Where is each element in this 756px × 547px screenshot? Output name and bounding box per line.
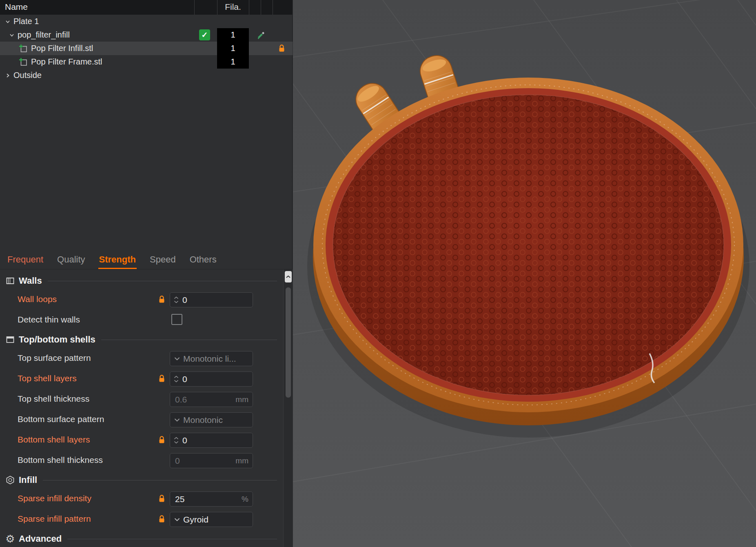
section-title: Walls xyxy=(19,276,42,286)
bottom-surface-pattern-dropdown: Monotonic xyxy=(170,412,253,427)
section-shells: Top/bottom shells xyxy=(0,331,283,349)
settings-tab-bar: Frequent Quality Strength Speed Others xyxy=(0,250,293,269)
spinner-up-icon[interactable] xyxy=(174,437,179,440)
lock-icon[interactable] xyxy=(158,374,165,385)
param-label: Bottom shell layers xyxy=(18,435,90,445)
tree-row-plate[interactable]: Plate 1 xyxy=(0,15,293,28)
section-walls: Walls xyxy=(0,272,283,290)
slicer-app: Name Fila. Plate 1 pop_filter_infill ✓ xyxy=(0,0,756,547)
chevron-down-icon xyxy=(174,356,180,361)
top-shell-layers-value[interactable]: 0 xyxy=(182,374,187,384)
object-tree-header: Name Fila. xyxy=(0,0,293,15)
spinner-up-icon[interactable] xyxy=(174,296,179,299)
chevron-down-icon[interactable] xyxy=(4,18,11,25)
detect-thin-walls-checkbox[interactable] xyxy=(171,314,182,325)
bottom-shell-thickness-input: 0 mm xyxy=(170,453,253,468)
top-shell-layers-spinner[interactable]: 0 xyxy=(170,371,253,387)
tree-row-label: pop_filter_infill xyxy=(18,30,70,40)
param-label: Top surface pattern xyxy=(18,353,91,363)
viewport-3d[interactable] xyxy=(293,0,756,547)
tab-others[interactable]: Others xyxy=(190,254,217,265)
section-infill: Infill xyxy=(0,471,283,489)
spinner-down-icon[interactable] xyxy=(174,380,179,382)
tree-row-outside[interactable]: Outside xyxy=(0,69,293,82)
param-label: Top shell layers xyxy=(18,374,77,383)
input-unit: mm xyxy=(235,395,248,404)
tree-row-label: Outside xyxy=(13,71,42,80)
input-value: 0.6 xyxy=(175,395,187,405)
scrollbar-thumb[interactable] xyxy=(286,287,291,398)
param-detect-thin-walls: Detect thin walls xyxy=(0,310,283,331)
sparse-infill-density-input[interactable]: 25 % xyxy=(170,491,253,507)
wall-loops-spinner[interactable]: 0 xyxy=(170,292,253,307)
object-part-icon xyxy=(19,44,28,53)
wall-loops-value[interactable]: 0 xyxy=(182,295,187,305)
param-sparse-infill-pattern: Sparse infill pattern Gyroid xyxy=(0,509,283,530)
gear-icon: ⚙ xyxy=(4,533,16,545)
scroll-up-button[interactable] xyxy=(285,271,292,282)
chevron-up-icon xyxy=(286,275,291,278)
dropdown-value: Gyroid xyxy=(183,515,208,525)
section-rule xyxy=(48,281,277,281)
chevron-right-icon[interactable] xyxy=(4,72,11,79)
filament-value[interactable]: 1 xyxy=(217,55,249,69)
viewport-canvas[interactable] xyxy=(293,0,756,547)
param-top-shell-layers: Top shell layers 0 xyxy=(0,369,283,389)
param-bottom-surface-pattern: Bottom surface pattern Monotonic xyxy=(0,410,283,430)
section-advanced: ⚙ Advanced xyxy=(0,530,283,547)
column-separator xyxy=(217,0,217,15)
chevron-down-icon[interactable] xyxy=(8,31,16,39)
input-value[interactable]: 25 xyxy=(175,494,184,504)
bottom-shell-layers-spinner[interactable]: 0 xyxy=(170,433,253,448)
tab-quality[interactable]: Quality xyxy=(57,254,85,265)
settings-scrollbar[interactable] xyxy=(283,269,293,547)
section-rule xyxy=(67,539,277,539)
column-separator xyxy=(261,0,261,15)
param-top-surface-pattern: Top surface pattern Monotonic li... xyxy=(0,349,283,369)
param-label: Wall loops xyxy=(18,294,57,304)
input-unit: mm xyxy=(235,456,248,465)
lock-icon[interactable] xyxy=(158,515,165,525)
tree-row-label: Pop Filter Infill.stl xyxy=(31,44,93,53)
param-bottom-shell-thickness: Bottom shell thickness 0 mm xyxy=(0,451,283,471)
param-label: Bottom surface pattern xyxy=(18,414,104,424)
section-title: Infill xyxy=(19,475,37,485)
sparse-infill-pattern-dropdown[interactable]: Gyroid xyxy=(170,512,253,527)
tab-speed[interactable]: Speed xyxy=(150,254,176,265)
param-label: Sparse infill pattern xyxy=(18,514,91,524)
chevron-down-icon xyxy=(174,418,180,422)
lock-icon[interactable] xyxy=(158,494,165,505)
spinner-down-icon[interactable] xyxy=(174,300,179,303)
walls-icon xyxy=(4,276,16,286)
column-separator xyxy=(273,0,273,15)
filament-value[interactable]: 1 xyxy=(217,28,249,42)
input-value: 0 xyxy=(175,456,180,466)
paint-icon[interactable] xyxy=(256,30,266,42)
tree-row-label: Pop Filter Frame.stl xyxy=(31,57,102,67)
param-label: Sparse infill density xyxy=(18,494,91,503)
column-separator xyxy=(249,0,249,15)
filament-value[interactable]: 1 xyxy=(217,42,249,55)
top-shell-thickness-input: 0.6 mm xyxy=(170,392,253,407)
dropdown-value: Monotonic li... xyxy=(183,354,236,364)
infill-icon xyxy=(4,475,16,485)
lock-icon[interactable] xyxy=(158,436,165,446)
lock-icon[interactable] xyxy=(158,295,165,305)
lock-icon[interactable] xyxy=(278,44,285,55)
tab-frequent[interactable]: Frequent xyxy=(7,254,43,265)
tab-strength[interactable]: Strength xyxy=(99,254,136,265)
column-name: Name xyxy=(5,2,28,12)
printable-checkbox[interactable]: ✓ xyxy=(199,29,210,40)
spinner-down-icon[interactable] xyxy=(174,441,179,444)
left-panel: Name Fila. Plate 1 pop_filter_infill ✓ xyxy=(0,0,293,547)
tree-row-label: Plate 1 xyxy=(13,17,39,26)
shells-icon xyxy=(4,335,16,345)
section-title: Top/bottom shells xyxy=(19,334,95,345)
param-label: Bottom shell thickness xyxy=(18,455,103,465)
param-wall-loops: Wall loops 0 xyxy=(0,290,283,310)
column-filament: Fila. xyxy=(217,2,249,12)
spinner-up-icon[interactable] xyxy=(174,376,179,378)
object-part-icon xyxy=(19,58,28,67)
dropdown-value: Monotonic xyxy=(183,415,223,425)
bottom-shell-layers-value[interactable]: 0 xyxy=(182,436,187,445)
